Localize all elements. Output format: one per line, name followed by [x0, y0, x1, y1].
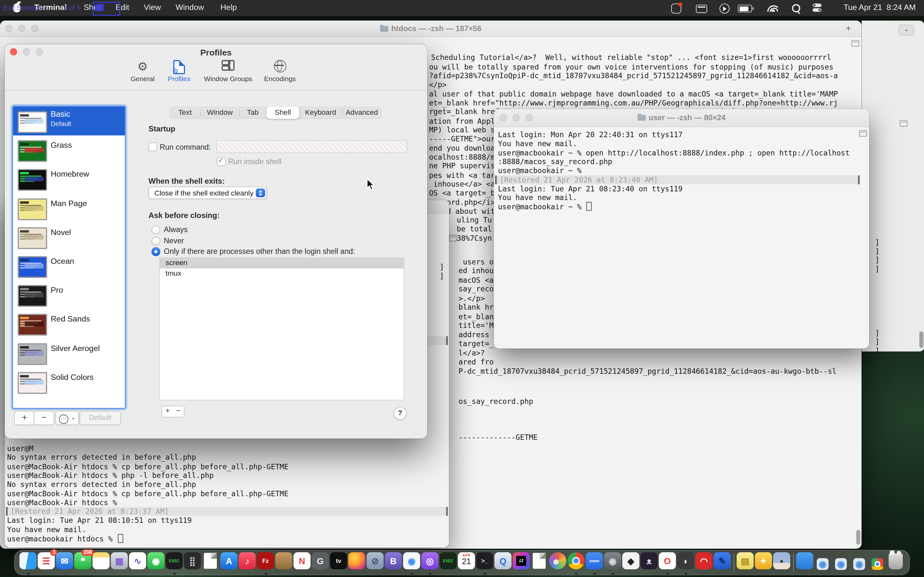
- toolbar-item-general[interactable]: ⚙General: [118, 60, 167, 82]
- htdocs-titlebar[interactable]: htdocs — -zsh — 187×56 +: [0, 21, 861, 37]
- dock-item-preview-document[interactable]: [202, 550, 220, 575]
- profile-row-man-page[interactable]: Man Page: [13, 193, 125, 222]
- dock-item-inkscape[interactable]: ◆: [622, 550, 640, 575]
- dock-item-trash[interactable]: [887, 550, 905, 575]
- radio-only[interactable]: [152, 247, 160, 256]
- add-profile-button[interactable]: +: [14, 411, 35, 425]
- scrollbar-thumb[interactable]: [919, 332, 923, 348]
- wifi-icon[interactable]: [767, 4, 778, 12]
- tab-shell[interactable]: Shell: [266, 106, 299, 119]
- dock-item-launchpad[interactable]: ▦: [110, 550, 128, 575]
- menu-view[interactable]: View: [144, 3, 161, 12]
- search-icon[interactable]: [792, 4, 800, 13]
- dock-item-leather-app[interactable]: [275, 550, 293, 575]
- dock-item-photo-doc[interactable]: ▪: [772, 550, 791, 575]
- remove-process-button[interactable]: −: [173, 406, 184, 418]
- profile-actions-menu-button[interactable]: ⋯ ⌄: [55, 411, 79, 425]
- play-icon[interactable]: [720, 3, 730, 13]
- tab-advanced[interactable]: Advanced: [342, 106, 382, 119]
- dock-item-messages[interactable]: ❝208: [74, 550, 92, 575]
- toolbar-item-window-groups[interactable]: Window Groups: [204, 60, 253, 82]
- dock-item-podcasts[interactable]: ◎: [421, 550, 439, 575]
- profile-row-pro[interactable]: Pro: [13, 280, 125, 309]
- app-notification-icon[interactable]: [671, 3, 681, 13]
- userzsh-titlebar[interactable]: user — -zsh — 80×24: [494, 109, 869, 127]
- dock-item-app-store[interactable]: A: [220, 550, 238, 575]
- dock-item-downloads-folder[interactable]: [796, 550, 814, 575]
- profile-row-ocean[interactable]: Ocean: [13, 251, 125, 280]
- dock-item-notes[interactable]: [92, 550, 110, 575]
- dock-item-apple-tv[interactable]: tv: [330, 550, 348, 575]
- process-row-screen[interactable]: screen: [160, 258, 404, 268]
- profile-row-novel[interactable]: Novel: [13, 222, 125, 251]
- process-row-tmux[interactable]: tmux: [160, 268, 404, 279]
- battery-icon[interactable]: [738, 5, 752, 13]
- dock-item-script-app[interactable]: EXEC: [165, 550, 183, 575]
- dock-item-keypad-app[interactable]: ⣿: [183, 550, 202, 575]
- apple-menu-icon[interactable]: [13, 3, 21, 13]
- dock-item-news[interactable]: N: [293, 550, 311, 575]
- toolbar-item-profiles[interactable]: Profiles: [163, 60, 195, 82]
- profile-list[interactable]: BasicDefaultGrassHomebrewMan PageNovelOc…: [13, 106, 125, 408]
- profile-row-basic[interactable]: BasicDefault: [13, 106, 125, 135]
- run-command-checkbox[interactable]: [149, 142, 158, 151]
- dock-item-mask-app[interactable]: ◗: [677, 550, 695, 575]
- dock-item-lightbulb-doc[interactable]: ✦: [754, 550, 772, 575]
- default-button[interactable]: Default: [79, 411, 121, 425]
- dock-item-quicktime[interactable]: Q: [494, 550, 512, 575]
- profile-row-grass[interactable]: Grass: [13, 135, 125, 164]
- dock-item-finder[interactable]: [19, 550, 37, 575]
- window-user-zsh-terminal[interactable]: user — -zsh — 80×24 Last login: Mon Apr …: [494, 109, 869, 349]
- dock-item-minimized-window-2[interactable]: ◉: [832, 550, 850, 575]
- dock-item-intellij-idea[interactable]: IJ: [512, 550, 530, 575]
- dock-item-minimized-window-1[interactable]: ◉: [814, 550, 832, 575]
- dock-item-terminal[interactable]: >_: [475, 550, 494, 575]
- menu-bar-clock[interactable]: Tue Apr 21 8:24 AM: [843, 3, 916, 12]
- tab-keyboard[interactable]: Keyboard: [299, 106, 342, 119]
- tab-tab[interactable]: Tab: [239, 106, 266, 119]
- dock-item-calendar[interactable]: APR21: [457, 550, 475, 575]
- dock-item-speedtest[interactable]: ◠: [695, 550, 713, 575]
- menu-help[interactable]: Help: [220, 3, 237, 12]
- tab-text[interactable]: Text: [170, 106, 200, 119]
- dock-item-script-app-2[interactable]: EXEC: [439, 550, 457, 575]
- remove-profile-button[interactable]: −: [34, 411, 54, 425]
- dock-item-blocked-app[interactable]: ⊘: [366, 550, 384, 575]
- dock-item-minimized-window-3[interactable]: ◉: [850, 550, 869, 575]
- dock-item-chrome[interactable]: [567, 550, 585, 575]
- dock-item-filezilla[interactable]: Fz: [256, 550, 275, 575]
- menu-terminal[interactable]: Terminal: [34, 3, 67, 12]
- radio-never[interactable]: [152, 237, 160, 245]
- dock-item-firefox[interactable]: [348, 550, 366, 575]
- toolbar-item-encodings[interactable]: Encodings: [255, 60, 304, 82]
- dock-item-freeform[interactable]: ∿: [128, 550, 147, 575]
- dock-item-minimized-chrome[interactable]: [869, 550, 887, 575]
- shell-exits-dropdown[interactable]: Close if the shell exited cleanly: [149, 187, 267, 199]
- scrollbar-thumb[interactable]: [856, 530, 861, 545]
- profile-row-solid-colors[interactable]: Solid Colors: [13, 367, 125, 396]
- process-list[interactable]: screentmux: [159, 258, 404, 400]
- dock-item-music[interactable]: ♪: [238, 550, 256, 575]
- run-inside-shell-checkbox[interactable]: [217, 157, 226, 166]
- dock-item-textedit-document[interactable]: [530, 550, 549, 575]
- userzsh-terminal-content[interactable]: Last login: Mon Apr 20 22:40:31 on ttys1…: [494, 127, 869, 348]
- window-terminal-sliver[interactable]: ⌄ ]]]]]]]: [861, 21, 924, 351]
- dock-item-facetime[interactable]: ◉: [147, 550, 165, 575]
- keyboard-window-icon[interactable]: [696, 5, 707, 13]
- tab-overflow-chevron-button[interactable]: ⌄: [899, 25, 914, 35]
- menu-window[interactable]: Window: [176, 3, 204, 12]
- dock-item-cat-app[interactable]: ᴥ: [640, 550, 658, 575]
- dock-item-gimp[interactable]: G: [311, 550, 330, 575]
- dock-item-pen-app[interactable]: ✎: [713, 550, 731, 575]
- dock-item-zoom[interactable]: zoom: [585, 550, 604, 575]
- dock-item-opera[interactable]: O: [658, 550, 677, 575]
- profile-row-homebrew[interactable]: Homebrew: [13, 164, 125, 193]
- dock-item-gauge-app[interactable]: ◉: [604, 550, 622, 575]
- window-terminal-settings[interactable]: Profiles ⚙GeneralProfilesWindow GroupsEn…: [5, 44, 427, 439]
- dock-item-reminders[interactable]: ☰3: [37, 550, 55, 575]
- dock-item-mail[interactable]: ✉: [55, 550, 74, 575]
- dock-item-stickies-doc[interactable]: ▤: [736, 550, 754, 575]
- radio-always[interactable]: [152, 226, 160, 234]
- add-process-button[interactable]: +: [162, 406, 174, 418]
- dock-item-safari[interactable]: ◉: [402, 550, 421, 575]
